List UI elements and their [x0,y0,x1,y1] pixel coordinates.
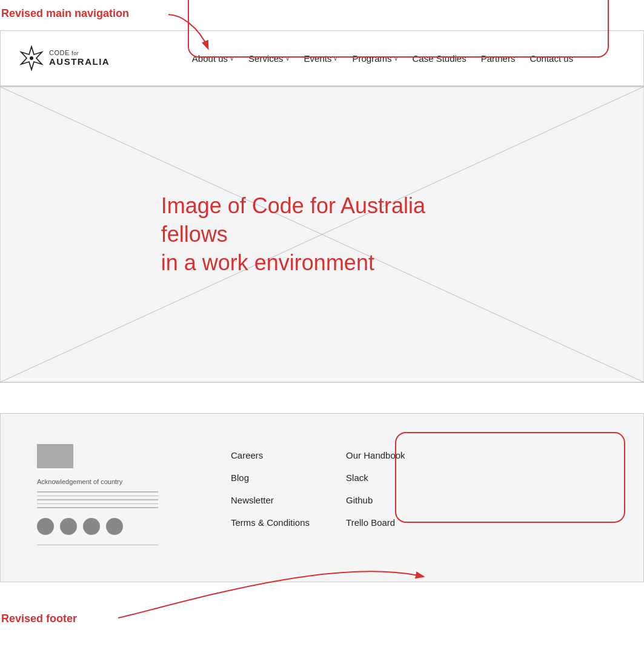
nav-item-partners[interactable]: Partners [481,53,516,64]
svg-point-1 [30,56,33,60]
logo-icon [19,45,44,71]
chevron-down-icon: ∨ [230,55,234,62]
nav-item-label: Case Studies [413,53,466,64]
logo-text: CODE for AUSTRALIA [49,49,110,67]
nav-item-label: Partners [481,53,516,64]
footer-col-2: Our HandbookSlackGithubTrello Board [346,450,405,528]
nav-item-label: Events [304,53,332,64]
chevron-down-icon: ∨ [333,55,337,62]
main-nav: About us∨Services∨Events∨Programs∨Case S… [140,53,625,64]
nav-item-label: Contact us [529,53,573,64]
annotation-footer-label: Revised footer [1,612,77,625]
hero-label: Image of Code for Australia fellowsin a … [161,192,483,277]
footer-link-our-handbook[interactable]: Our Handbook [346,450,405,460]
social-icon-1[interactable] [37,518,54,535]
footer-line-1 [37,491,158,493]
hero-placeholder-text: Image of Code for Australia fellowsin a … [161,192,483,277]
nav-item-services[interactable]: Services∨ [248,53,290,64]
footer-bottom-line [37,545,158,546]
header: CODE for AUSTRALIA About us∨Services∨Eve… [1,31,643,85]
footer-left: Acknowledgement of country [37,444,207,545]
header-wrapper: CODE for AUSTRALIA About us∨Services∨Eve… [0,30,644,86]
logo-for-text: for [71,50,79,56]
nav-item-case-studies[interactable]: Case Studies [413,53,466,64]
footer-line-3 [37,499,158,500]
nav-item-label: Services [248,53,284,64]
footer-logo-placeholder [37,444,73,468]
nav-item-label: Programs [352,53,391,64]
chevron-down-icon: ∨ [394,55,398,62]
nav-item-contact-us[interactable]: Contact us [529,53,573,64]
social-icon-3[interactable] [83,518,100,535]
nav-item-events[interactable]: Events∨ [304,53,338,64]
footer-links: CareersBlogNewsletterTerms & Conditions … [231,444,405,528]
nav-item-programs[interactable]: Programs∨ [352,53,397,64]
footer-line-5 [37,507,158,508]
logo-australia-text: AUSTRALIA [49,57,110,67]
footer-col-1: CareersBlogNewsletterTerms & Conditions [231,450,310,528]
social-icon-4[interactable] [106,518,123,535]
footer-line-2 [37,496,158,497]
footer-acknowledgement: Acknowledgement of country [37,478,207,485]
footer-link-newsletter[interactable]: Newsletter [231,495,310,505]
hero-image-placeholder: Image of Code for Australia fellowsin a … [0,86,644,383]
logo-area[interactable]: CODE for AUSTRALIA [19,45,140,71]
footer-link-careers[interactable]: Careers [231,450,310,460]
nav-item-label: About us [192,53,228,64]
footer-social-icons [37,518,207,535]
nav-item-about-us[interactable]: About us∨ [192,53,234,64]
social-icon-2[interactable] [60,518,77,535]
footer-text-lines [37,491,207,508]
footer-link-slack[interactable]: Slack [346,473,405,483]
footer-link-terms&&&conditions[interactable]: Terms & Conditions [231,517,310,528]
footer-wrapper: Acknowledgement of country CareersBlogNe… [0,413,644,582]
chevron-down-icon: ∨ [285,55,290,62]
footer-link-trello-board[interactable]: Trello Board [346,517,405,528]
footer-highlight-box [395,432,625,523]
footer-link-github[interactable]: Github [346,495,405,505]
footer-link-blog[interactable]: Blog [231,473,310,483]
footer-line-4 [37,503,158,505]
annotation-nav-label: Revised main navigation [1,7,129,20]
